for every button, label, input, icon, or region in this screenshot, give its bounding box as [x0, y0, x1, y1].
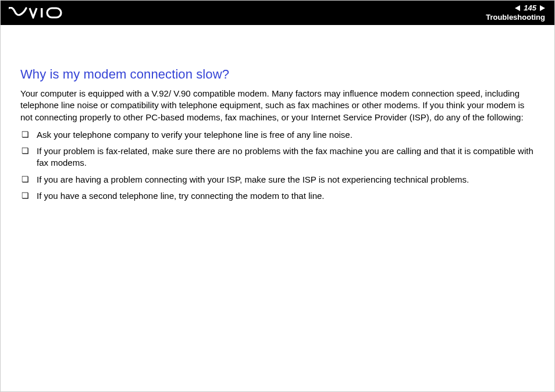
list-item: Ask your telephone company to verify you…	[20, 129, 535, 141]
page-nav: 145	[486, 4, 545, 12]
page-number: 145	[524, 4, 536, 12]
nav-next-icon[interactable]	[540, 5, 545, 11]
bullet-list: Ask your telephone company to verify you…	[20, 129, 535, 202]
intro-paragraph: Your computer is equipped with a V.92/ V…	[20, 88, 535, 123]
section-label: Troubleshooting	[486, 13, 545, 22]
svg-rect-1	[47, 8, 61, 17]
list-item: If your problem is fax-related, make sur…	[20, 145, 535, 169]
vaio-logo	[9, 7, 62, 19]
nav-prev-icon[interactable]	[515, 5, 520, 11]
page-title: Why is my modem connection slow?	[20, 67, 535, 82]
header-bar: 145 Troubleshooting	[1, 1, 554, 25]
svg-rect-0	[41, 8, 42, 17]
page-content: Why is my modem connection slow? Your co…	[1, 25, 554, 202]
list-item: If you are having a problem connecting w…	[20, 174, 535, 186]
header-right: 145 Troubleshooting	[486, 4, 545, 22]
list-item: If you have a second telephone line, try…	[20, 190, 535, 202]
